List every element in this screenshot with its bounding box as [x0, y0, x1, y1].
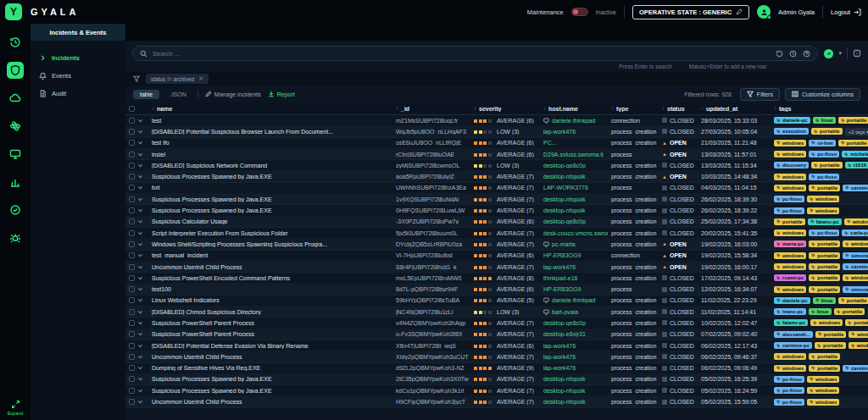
sidebar-item-events[interactable]: Events: [31, 67, 125, 85]
tag-pill[interactable]: windows: [774, 151, 806, 158]
tag-pill[interactable]: pc-fisso: [774, 387, 804, 394]
incident-name[interactable]: Suspicious Calculator Usage: [148, 218, 392, 224]
tag-pill[interactable]: windows: [807, 196, 839, 202]
table-row[interactable]: Uncommon Userinit Child Process H9CFipQB…: [125, 396, 868, 407]
incident-name[interactable]: Suspicious PowerShell Parent Process: [148, 320, 392, 326]
incident-name[interactable]: insiel: [148, 152, 392, 158]
host-link[interactable]: desktop-nfopoik: [543, 388, 585, 394]
row-expand-chevron-icon[interactable]: [137, 275, 143, 281]
tag-pill[interactable]: ot-hmi: [809, 140, 835, 146]
host-link[interactable]: lap-work476: [543, 129, 576, 135]
operative-state-badge[interactable]: OPERATIVE STATE : GENERIC: [632, 5, 749, 19]
tag-pill[interactable]: portatile: [809, 185, 840, 191]
network-icon[interactable]: [7, 118, 24, 135]
column-header-id[interactable]: ↕_id: [392, 106, 470, 112]
table-row[interactable]: [DISABLED] Potential Suspicious Browser …: [125, 126, 868, 137]
host-link[interactable]: pc-marta: [543, 241, 576, 247]
tag-pill[interactable]: windows: [807, 399, 839, 406]
search-bar[interactable]: [132, 46, 818, 61]
row-expand-chevron-icon[interactable]: [137, 286, 143, 292]
incident-name[interactable]: Suspicious PowerShell Parent Process: [148, 331, 392, 337]
table-row[interactable]: insiel rClrrjSUBPi72l8luOAE AVERAGE (6) …: [125, 149, 868, 160]
table-row[interactable]: Suspicious PowerShell Encoded Command Pa…: [125, 273, 868, 284]
table-row[interactable]: Suspicious Processes Spawned by Java.EXE…: [125, 374, 868, 385]
tag-pill[interactable]: windows: [774, 174, 806, 180]
tag-pill[interactable]: roami-pc: [774, 274, 806, 281]
incident-name[interactable]: test100: [148, 286, 392, 292]
incident-name[interactable]: test: [148, 118, 392, 124]
row-expand-chevron-icon[interactable]: [137, 343, 143, 349]
row-checkbox[interactable]: [129, 218, 135, 224]
row-checkbox[interactable]: [129, 252, 135, 258]
table-row[interactable]: test100 8d7L-pQBPi72l8byr94F AVERAGE (6)…: [125, 284, 868, 295]
tag-pill[interactable]: windows: [843, 240, 868, 247]
filter-chip[interactable]: status != archived ✕: [146, 74, 209, 84]
incident-name[interactable]: Uncommon Userinit Child Process: [148, 354, 392, 360]
row-checkbox[interactable]: [129, 264, 135, 270]
table-row[interactable]: bxt UWhNhSUBPi72l8hzA3Ea AVERAGE (7) LAP…: [125, 183, 868, 194]
tag-pill[interactable]: pc-fisso: [774, 207, 804, 214]
host-link[interactable]: bart-pvala: [543, 309, 578, 315]
incident-name[interactable]: Windows Shell/Scripting Processes Spawni…: [148, 241, 392, 247]
row-checkbox[interactable]: [129, 376, 135, 382]
host-link[interactable]: D29A.svluss.swroma.it: [543, 152, 604, 158]
tag-pill[interactable]: windows: [774, 286, 806, 293]
host-link[interactable]: desktop-nfopoik: [543, 196, 585, 202]
tag-pill[interactable]: portatile: [809, 274, 840, 281]
tag-pill[interactable]: carmine-pc: [843, 185, 868, 191]
incident-name[interactable]: Suspicious Processes Spawned by Java.EXE: [148, 207, 392, 213]
incidents-shield-icon[interactable]: [7, 62, 24, 79]
tag-pill[interactable]: windows: [774, 353, 806, 360]
row-checkbox[interactable]: [129, 320, 135, 326]
table-row[interactable]: test ifo osE6uJU8OO_nLLtRQjE AVERAGE (6)…: [125, 138, 868, 149]
host-link[interactable]: thinkpad-e16: [543, 275, 577, 281]
table-row[interactable]: Suspicious Processes Spawned by Java.EXE…: [125, 171, 868, 182]
history-icon[interactable]: [7, 34, 24, 51]
row-expand-chevron-icon[interactable]: [137, 320, 143, 326]
row-expand-chevron-icon[interactable]: [137, 399, 143, 405]
host-link[interactable]: lap-work476: [543, 354, 576, 360]
incident-name[interactable]: Suspicious PowerShell Encoded Command Pa…: [148, 275, 392, 281]
row-checkbox[interactable]: [129, 275, 135, 281]
tag-pill[interactable]: carmine-pc: [774, 342, 812, 349]
row-checkbox[interactable]: [129, 230, 135, 236]
row-expand-chevron-icon[interactable]: [137, 218, 143, 224]
row-checkbox[interactable]: [129, 343, 135, 349]
tag-pill[interactable]: fatano-pc: [774, 319, 808, 326]
incident-name[interactable]: Uncommon Userinit Child Process: [148, 264, 392, 270]
host-link[interactable]: lap-work476: [543, 264, 576, 270]
tag-pill[interactable]: windows: [810, 319, 843, 326]
assets-icon[interactable]: [7, 146, 24, 163]
view-table-toggle[interactable]: table: [133, 90, 159, 99]
host-link[interactable]: LAP-WORK3776: [543, 185, 588, 191]
threats-icon[interactable]: [7, 229, 24, 246]
table-row[interactable]: Suspicious PowerShell Parent Process o-F…: [125, 329, 868, 340]
tag-pill[interactable]: windows: [774, 229, 806, 236]
tag-pill[interactable]: daniele-pc: [774, 117, 810, 124]
incident-name[interactable]: Script Interpreter Execution From Suspic…: [148, 230, 392, 236]
column-header-name[interactable]: ↕name: [148, 106, 392, 112]
tag-pill[interactable]: windows: [844, 218, 868, 225]
row-expand-chevron-icon[interactable]: [137, 376, 143, 382]
table-row[interactable]: Suspicious Processes Spawned by Java.EXE…: [125, 385, 868, 396]
incident-name[interactable]: [DISABLED] Chmod Suspicious Directory: [148, 309, 392, 315]
expand-control[interactable]: Expand: [8, 400, 24, 416]
tab-incidents-events[interactable]: Incidents & Events: [31, 24, 125, 41]
host-link[interactable]: PC...: [543, 140, 557, 146]
avatar[interactable]: [757, 5, 771, 19]
tag-pill[interactable]: marta-pc: [774, 240, 806, 247]
row-checkbox[interactable]: [129, 152, 135, 158]
logout-button[interactable]: Logout: [831, 8, 861, 16]
incident-name[interactable]: Suspicious Processes Spawned by Java.EXE: [148, 174, 392, 180]
clock-icon[interactable]: [789, 50, 797, 58]
table-row[interactable]: test_manual_incident Vi-7HpUBPi72l8luIbs…: [125, 251, 868, 262]
reports-icon[interactable]: [7, 174, 24, 191]
row-checkbox[interactable]: [129, 354, 135, 360]
tag-pill[interactable]: windows: [807, 207, 839, 214]
tag-pill[interactable]: carla-pc: [842, 229, 868, 236]
tag-pill[interactable]: pc-fisso: [809, 151, 839, 158]
incident-name[interactable]: [DISABLED] Suspicious Network Command: [148, 163, 392, 169]
tag-pill[interactable]: windows: [843, 274, 868, 281]
row-expand-chevron-icon[interactable]: [137, 297, 143, 303]
row-expand-chevron-icon[interactable]: [137, 309, 143, 315]
